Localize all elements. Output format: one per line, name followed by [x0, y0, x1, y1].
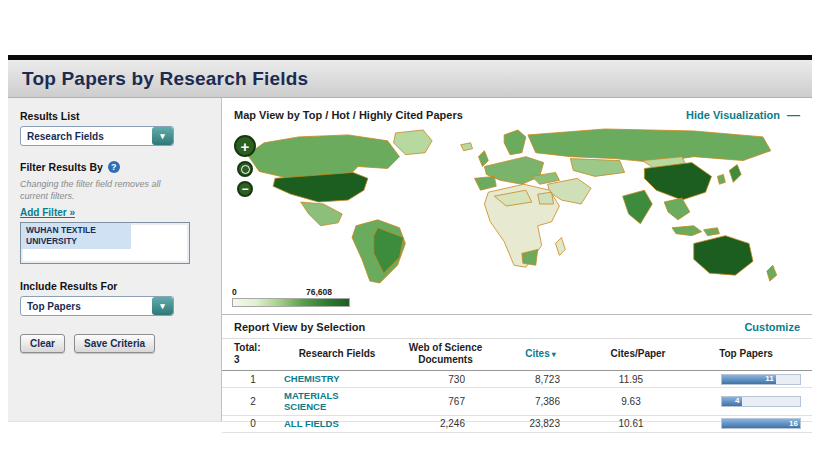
chevron-down-icon[interactable]: ▾ [152, 297, 173, 315]
field-link-all-fields[interactable]: ALL FIELDS [276, 418, 398, 429]
clear-button[interactable]: Clear [20, 334, 65, 353]
total-header: Total: 3 [230, 342, 276, 366]
globe-reset-button[interactable] [237, 161, 253, 177]
cites-value: 23,823 [493, 418, 588, 429]
title-band: Top Papers by Research Fields [8, 60, 812, 98]
wos-documents-header: Web of Science Documents [398, 342, 493, 366]
cites-per-paper-value: 9.63 [588, 396, 688, 407]
top-papers-bar-fill: 16 [722, 419, 800, 428]
top-papers-value: 4 [735, 397, 741, 405]
zoom-out-button[interactable]: − [237, 181, 253, 197]
chevron-down-icon[interactable]: ▾ [152, 127, 173, 145]
table-row: 1 CHEMISTRY 730 8,723 11.95 11 [222, 371, 812, 388]
include-results-label: Include Results For [20, 280, 211, 292]
zoom-in-button[interactable]: + [234, 135, 256, 157]
hide-visualization-label: Hide Visualization [686, 109, 780, 121]
research-fields-header: Research Fields [276, 348, 398, 360]
filter-note: Changing the filter field removes all cu… [20, 179, 180, 202]
include-results-value: Top Papers [27, 301, 81, 312]
top-papers-bar-fill: 4 [722, 397, 742, 406]
map-legend: 0 76,608 [232, 287, 354, 307]
app-window: Top Papers by Research Fields Results Li… [8, 55, 812, 422]
legend-gradient-bar [232, 298, 350, 307]
table-row: 0 ALL FIELDS 2,246 23,823 10.61 16 [222, 416, 812, 433]
filter-item-wuhan-textile-university[interactable]: WUHAN TEXTILE UNIVERSITY [21, 223, 131, 248]
filter-by-row: Filter Results By ? [20, 161, 211, 173]
cites-value: 7,386 [493, 396, 588, 407]
globe-icon [241, 165, 250, 174]
hide-visualization-link[interactable]: Hide Visualization — [686, 109, 800, 121]
table-row: 2 MATERIALS SCIENCE 767 7,386 9.63 4 [222, 388, 812, 416]
cites-per-paper-value: 11.95 [588, 374, 688, 385]
results-list-dropdown[interactable]: Research Fields ▾ [20, 126, 174, 146]
filter-listbox[interactable]: WUHAN TEXTILE UNIVERSITY [20, 222, 190, 264]
map-view-header: Map View by Top / Hot / Highly Cited Pap… [222, 98, 812, 127]
world-map-svg[interactable] [226, 127, 806, 285]
sidebar: Results List Research Fields ▾ Filter Re… [8, 98, 222, 421]
content-panel: Map View by Top / Hot / Highly Cited Pap… [222, 98, 812, 421]
help-icon[interactable]: ? [108, 161, 120, 173]
top-papers-bar: 11 [721, 374, 801, 385]
row-rank: 2 [230, 396, 276, 407]
row-rank: 1 [230, 374, 276, 385]
legend-labels: 0 76,608 [232, 287, 332, 297]
legend-max-label: 76,608 [306, 287, 332, 297]
cites-header-sortable[interactable]: Cites▾ [493, 348, 588, 360]
sidebar-buttons: Clear Save Criteria [20, 334, 211, 353]
report-view-header: Report View by Selection Customize [222, 314, 812, 339]
documents-value: 767 [398, 396, 493, 407]
filter-by-label: Filter Results By [20, 161, 103, 173]
documents-value: 2,246 [398, 418, 493, 429]
results-list-value: Research Fields [27, 131, 104, 142]
report-view-title: Report View by Selection [234, 321, 365, 333]
results-table: Total: 3 Research Fields Web of Science … [222, 339, 812, 433]
field-link-materials-science[interactable]: MATERIALS SCIENCE [276, 390, 398, 413]
row-rank: 0 [230, 418, 276, 429]
sort-descending-icon: ▾ [552, 350, 556, 359]
legend-min-label: 0 [232, 287, 237, 297]
top-papers-header: Top Papers [688, 348, 804, 360]
include-results-dropdown[interactable]: Top Papers ▾ [20, 296, 174, 316]
table-header-row: Total: 3 Research Fields Web of Science … [222, 339, 812, 371]
map-view-title: Map View by Top / Hot / Highly Cited Pap… [234, 109, 463, 121]
documents-value: 730 [398, 374, 493, 385]
page-title: Top Papers by Research Fields [22, 68, 308, 90]
top-papers-bar-fill: 11 [722, 375, 776, 384]
results-list-label: Results List [20, 110, 211, 122]
field-link-chemistry[interactable]: CHEMISTRY [276, 373, 398, 384]
main-layout: Results List Research Fields ▾ Filter Re… [8, 98, 812, 421]
top-papers-bar: 16 [721, 418, 801, 429]
map-zoom-controls: + − [234, 135, 256, 197]
world-map[interactable]: + − [226, 127, 806, 285]
cites-per-paper-header: Cites/Paper [588, 348, 688, 360]
top-papers-value: 11 [765, 375, 775, 383]
cites-value: 8,723 [493, 374, 588, 385]
top-papers-bar: 4 [721, 396, 801, 407]
customize-link[interactable]: Customize [744, 321, 800, 333]
cites-per-paper-value: 10.61 [588, 418, 688, 429]
save-criteria-button[interactable]: Save Criteria [74, 334, 155, 353]
add-filter-link[interactable]: Add Filter » [20, 207, 75, 218]
collapse-icon: — [787, 110, 800, 120]
top-papers-value: 16 [789, 420, 800, 428]
